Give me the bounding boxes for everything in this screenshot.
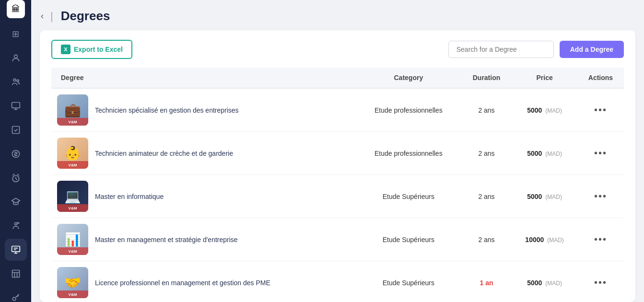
sidebar-item-building[interactable] bbox=[5, 263, 27, 285]
table-row: 🤝 V&M Licence professionnel en managemen… bbox=[51, 261, 624, 302]
price-value-1: 5000 bbox=[527, 150, 542, 157]
sidebar-item-checklist[interactable] bbox=[5, 119, 27, 141]
degree-name-1: Technicien animateur de crèche et de gar… bbox=[95, 150, 233, 157]
category-cell-4: Etude Supérieurs bbox=[356, 261, 461, 302]
actions-button-3[interactable]: ••• bbox=[591, 233, 610, 246]
thumb-overlay-0: V&M bbox=[57, 118, 88, 126]
col-duration: Duration bbox=[461, 68, 512, 88]
actions-button-0[interactable]: ••• bbox=[591, 104, 610, 116]
price-value-0: 5000 bbox=[527, 106, 542, 114]
sidebar-item-graduation[interactable] bbox=[5, 191, 27, 213]
actions-cell-1: ••• bbox=[577, 132, 624, 175]
degrees-table-wrap: Degree Category Duration Price Actions 💼… bbox=[51, 68, 624, 302]
sidebar-nav: ⊞ bbox=[5, 18, 27, 302]
actions-button-2[interactable]: ••• bbox=[591, 190, 610, 203]
degree-thumb-4: 🤝 V&M bbox=[57, 267, 88, 298]
sidebar-item-key[interactable] bbox=[5, 287, 27, 302]
sidebar-item-students[interactable] bbox=[5, 71, 27, 93]
sidebar-item-dashboard[interactable]: ⊞ bbox=[5, 23, 27, 45]
search-input[interactable] bbox=[448, 41, 554, 58]
header-divider: | bbox=[50, 10, 53, 23]
sidebar-item-certificate[interactable] bbox=[5, 239, 27, 261]
table-header-row: Degree Category Duration Price Actions bbox=[51, 68, 624, 88]
add-degree-button[interactable]: Add a Degree bbox=[560, 41, 624, 58]
price-unit-4: (MAD) bbox=[545, 280, 562, 287]
sidebar-item-users-group[interactable] bbox=[5, 47, 27, 69]
duration-cell-3: 2 ans bbox=[461, 218, 512, 261]
actions-cell-4: ••• bbox=[577, 261, 624, 302]
actions-cell-2: ••• bbox=[577, 175, 624, 218]
content-area: X Export to Excel Add a Degree Degree Ca… bbox=[40, 30, 635, 302]
table-header: Degree Category Duration Price Actions bbox=[51, 68, 624, 88]
actions-cell-3: ••• bbox=[577, 218, 624, 261]
table-body: 💼 V&M Technicien spécialisé en gestion d… bbox=[51, 88, 624, 302]
degree-name-3: Master en management et stratégie d'entr… bbox=[95, 236, 238, 244]
svg-point-0 bbox=[14, 55, 17, 58]
degree-thumb-3: 📊 V&M bbox=[57, 224, 88, 255]
degree-cell-3: 📊 V&M Master en management et stratégie … bbox=[51, 218, 356, 261]
export-button[interactable]: X Export to Excel bbox=[51, 40, 132, 59]
sidebar-item-person-grad[interactable] bbox=[5, 215, 27, 237]
duration-cell-0: 2 ans bbox=[461, 88, 512, 132]
price-unit-3: (MAD) bbox=[547, 237, 564, 244]
thumb-overlay-3: V&M bbox=[57, 247, 88, 255]
price-cell-3: 10000 (MAD) bbox=[512, 218, 577, 261]
duration-cell-2: 2 ans bbox=[461, 175, 512, 218]
category-cell-2: Etude Supérieurs bbox=[356, 175, 461, 218]
back-button[interactable]: ‹ bbox=[41, 11, 44, 21]
svg-point-9 bbox=[14, 222, 17, 225]
export-label: Export to Excel bbox=[74, 46, 123, 53]
main-area: ‹ | Degrees X Export to Excel Add a Degr… bbox=[31, 0, 644, 302]
svg-point-2 bbox=[17, 80, 19, 81]
svg-point-1 bbox=[13, 79, 16, 81]
degree-cell-1: 👶 V&M Technicien animateur de crèche et … bbox=[51, 132, 356, 175]
col-price: Price bbox=[512, 68, 577, 88]
price-value-2: 5000 bbox=[527, 193, 542, 200]
degree-cell-4: 🤝 V&M Licence professionnel en managemen… bbox=[51, 261, 356, 302]
svg-point-12 bbox=[12, 297, 16, 301]
table-row: 💻 V&M Master en informatique Etude Supér… bbox=[51, 175, 624, 218]
sidebar-item-timer[interactable] bbox=[5, 167, 27, 189]
logo-icon[interactable]: 🏛 bbox=[7, 0, 25, 18]
page-title: Degrees bbox=[61, 9, 110, 23]
duration-cell-1: 2 ans bbox=[461, 132, 512, 175]
degree-thumb-2: 💻 V&M bbox=[57, 181, 88, 212]
degree-thumb-0: 💼 V&M bbox=[57, 94, 88, 126]
table-row: 👶 V&M Technicien animateur de crèche et … bbox=[51, 132, 624, 175]
degree-name-4: Licence professionnel en management et g… bbox=[95, 279, 270, 287]
sidebar-item-monitor[interactable] bbox=[5, 95, 27, 117]
table-row: 📊 V&M Master en management et stratégie … bbox=[51, 218, 624, 261]
thumb-overlay-4: V&M bbox=[57, 290, 88, 298]
toolbar-right: Add a Degree bbox=[448, 41, 624, 58]
sidebar-item-finance[interactable] bbox=[5, 143, 27, 165]
excel-icon: X bbox=[61, 45, 70, 54]
category-cell-0: Etude professionnelles bbox=[356, 88, 461, 132]
degree-name-2: Master en informatique bbox=[95, 193, 164, 200]
price-unit-1: (MAD) bbox=[545, 151, 562, 157]
degree-cell-2: 💻 V&M Master en informatique bbox=[51, 175, 356, 218]
actions-button-4[interactable]: ••• bbox=[591, 276, 610, 289]
degrees-table: Degree Category Duration Price Actions 💼… bbox=[51, 68, 624, 302]
sidebar-logo: 🏛 bbox=[0, 0, 31, 18]
table-row: 💼 V&M Technicien spécialisé en gestion d… bbox=[51, 88, 624, 132]
col-actions: Actions bbox=[577, 68, 624, 88]
thumb-overlay-2: V&M bbox=[57, 204, 88, 212]
price-cell-2: 5000 (MAD) bbox=[512, 175, 577, 218]
price-cell-0: 5000 (MAD) bbox=[512, 88, 577, 132]
svg-rect-3 bbox=[12, 103, 20, 108]
degree-thumb-1: 👶 V&M bbox=[57, 138, 88, 169]
actions-button-1[interactable]: ••• bbox=[591, 147, 610, 160]
category-cell-1: Etude professionnelles bbox=[356, 132, 461, 175]
price-value-3: 10000 bbox=[525, 236, 544, 244]
price-cell-1: 5000 (MAD) bbox=[512, 132, 577, 175]
col-category: Category bbox=[356, 68, 461, 88]
degree-name-0: Technicien spécialisé en gestion des ent… bbox=[95, 106, 239, 114]
svg-rect-6 bbox=[12, 127, 19, 134]
price-unit-0: (MAD) bbox=[545, 107, 562, 114]
sidebar: 🏛 ⊞ bbox=[0, 0, 31, 302]
svg-rect-10 bbox=[12, 246, 20, 252]
price-unit-2: (MAD) bbox=[545, 194, 562, 200]
toolbar: X Export to Excel Add a Degree bbox=[51, 40, 624, 59]
col-degree: Degree bbox=[51, 68, 356, 88]
category-cell-3: Etude Supérieurs bbox=[356, 218, 461, 261]
